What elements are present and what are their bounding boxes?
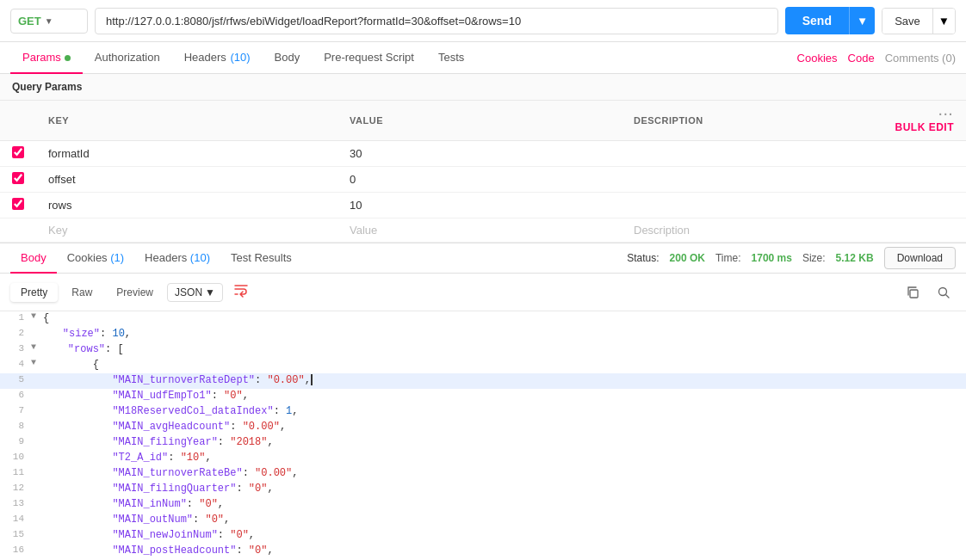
- status-label: Status:: [627, 252, 659, 264]
- row-desc-input[interactable]: [634, 147, 868, 160]
- url-input[interactable]: [95, 8, 778, 34]
- new-key-input[interactable]: [48, 224, 325, 237]
- row-value-cell: [337, 167, 622, 193]
- row-checkbox[interactable]: [12, 172, 24, 184]
- new-value-input[interactable]: [350, 224, 610, 237]
- line-number: 1: [0, 311, 31, 327]
- row-action-cell: [880, 193, 966, 218]
- code-area[interactable]: 1▼{2 "size": 10,3▼ "rows": [4▼ {5 "MAIN_…: [0, 311, 966, 560]
- col-description: DESCRIPTION: [622, 101, 880, 141]
- code-line: 15 "MAIN_newJoinNum": "0",: [0, 528, 966, 544]
- row-checkbox[interactable]: [12, 146, 24, 158]
- row-key-input[interactable]: [48, 147, 325, 160]
- send-dropdown[interactable]: ▼: [849, 7, 875, 34]
- code-line: 13 "MAIN_inNum": "0",: [0, 497, 966, 513]
- time-label: Time:: [715, 252, 741, 264]
- line-number: 16: [0, 544, 31, 559]
- tab-pre-request[interactable]: Pre-request Script: [312, 42, 426, 74]
- res-tab-headers[interactable]: Headers (10): [134, 243, 220, 274]
- line-number: 14: [0, 513, 31, 528]
- code-line: 4▼ {: [0, 358, 966, 373]
- line-number: 4: [0, 358, 31, 373]
- row-desc-input[interactable]: [634, 173, 868, 186]
- fold-arrow[interactable]: ▼: [31, 358, 36, 373]
- response-bar: Body Cookies (1) Headers (10) Test Resul…: [0, 243, 966, 274]
- save-dropdown[interactable]: ▼: [932, 9, 955, 34]
- tab-headers[interactable]: Headers (10): [172, 42, 263, 74]
- new-desc-input[interactable]: [634, 224, 868, 237]
- tab-body[interactable]: Body: [263, 42, 313, 74]
- table-row: [0, 167, 966, 193]
- row-key-cell: [36, 167, 337, 193]
- line-number: 5: [0, 373, 31, 389]
- tab-tests[interactable]: Tests: [426, 42, 476, 74]
- params-table: KEY VALUE DESCRIPTION ··· Bulk Edit: [0, 101, 966, 243]
- row-value-input[interactable]: [350, 173, 610, 186]
- line-content: "size": 10,: [34, 327, 966, 342]
- format-select[interactable]: JSON ▼: [167, 283, 223, 302]
- row-value-input[interactable]: [350, 147, 610, 160]
- code-link[interactable]: Code: [848, 52, 875, 65]
- tab-params[interactable]: Params: [10, 42, 83, 74]
- comments-link[interactable]: Comments (0): [885, 52, 956, 65]
- row-action-cell: [880, 141, 966, 167]
- code-line: 14 "MAIN_outNum": "0",: [0, 513, 966, 528]
- code-line: 1▼{: [0, 311, 966, 327]
- line-number: 12: [0, 482, 31, 497]
- row-desc-cell: [622, 167, 880, 193]
- row-key-input[interactable]: [48, 173, 325, 186]
- row-checkbox[interactable]: [12, 198, 24, 210]
- line-content: "T2_A_id": "10",: [34, 451, 966, 466]
- fold-arrow[interactable]: ▼: [31, 311, 36, 327]
- save-button[interactable]: Save: [882, 9, 932, 34]
- row-value-input[interactable]: [350, 199, 610, 212]
- copy-button[interactable]: [901, 280, 925, 305]
- code-line: 6 "MAIN_udfEmpTo1": "0",: [0, 389, 966, 404]
- download-button[interactable]: Download: [884, 247, 956, 269]
- size-value: 5.12 KB: [836, 252, 874, 264]
- res-tab-body[interactable]: Body: [10, 243, 57, 274]
- preview-button[interactable]: Preview: [106, 283, 164, 302]
- row-value-cell: [337, 193, 622, 218]
- row-key-input[interactable]: [48, 199, 325, 212]
- right-links: Cookies Code Comments (0): [797, 52, 956, 65]
- params-dot: [65, 55, 71, 61]
- code-line: 10 "T2_A_id": "10",: [0, 451, 966, 466]
- cookies-link[interactable]: Cookies: [797, 52, 838, 65]
- right-tools: [901, 280, 956, 305]
- top-bar: GET ▼ Send ▼ Save ▼: [0, 0, 966, 42]
- res-tab-cookies[interactable]: Cookies (1): [57, 243, 134, 274]
- row-desc-input[interactable]: [634, 199, 868, 212]
- search-button[interactable]: [932, 280, 956, 305]
- res-tab-test-results[interactable]: Test Results: [220, 243, 302, 274]
- row-check-cell: [0, 193, 36, 218]
- pretty-button[interactable]: Pretty: [10, 283, 58, 302]
- size-label: Size:: [802, 252, 826, 264]
- send-button[interactable]: Send: [785, 7, 849, 34]
- row-check-cell: [0, 141, 36, 167]
- line-number: 13: [0, 497, 31, 513]
- code-line: 11 "MAIN_turnoverRateBe": "0.00",: [0, 466, 966, 482]
- tab-authorization[interactable]: Authorization: [83, 42, 172, 74]
- line-number: 9: [0, 435, 31, 451]
- line-content: "MAIN_outNum": "0",: [34, 513, 966, 528]
- row-key-cell: [36, 193, 337, 218]
- line-content: "MAIN_avgHeadcount": "0.00",: [34, 420, 966, 435]
- bulk-edit-button[interactable]: Bulk Edit: [895, 121, 955, 133]
- table-row: [0, 141, 966, 167]
- code-line: 9 "MAIN_filingYear": "2018",: [0, 435, 966, 451]
- method-chevron: ▼: [45, 16, 53, 26]
- line-content: {: [40, 311, 966, 327]
- raw-button[interactable]: Raw: [61, 283, 102, 302]
- row-value-cell: [337, 141, 622, 167]
- fold-arrow[interactable]: ▼: [31, 342, 36, 358]
- more-button[interactable]: ···: [938, 108, 954, 121]
- row-desc-cell: [622, 193, 880, 218]
- code-line: 8 "MAIN_avgHeadcount": "0.00",: [0, 420, 966, 435]
- method-label: GET: [18, 15, 41, 28]
- line-number: 7: [0, 404, 31, 420]
- wrap-button[interactable]: [226, 279, 256, 305]
- method-select[interactable]: GET ▼: [10, 9, 88, 34]
- time-value: 1700 ms: [752, 252, 792, 264]
- format-chevron: ▼: [205, 286, 215, 298]
